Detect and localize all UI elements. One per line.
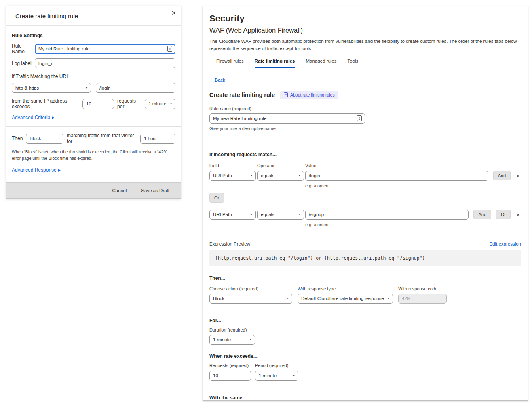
- waf-page: Security WAF (Web Application Firewall) …: [203, 6, 528, 401]
- for-heading: For...: [209, 318, 521, 323]
- response-type-label: With response type: [298, 286, 393, 291]
- chevron-down-icon: ▾: [287, 297, 289, 300]
- log-label-input[interactable]: [35, 58, 175, 68]
- tab-firewall-rules[interactable]: Firewall rules: [216, 59, 244, 68]
- rate-heading: When rate exceeds...: [209, 353, 521, 359]
- then-heading: Then...: [209, 275, 521, 281]
- divider: [6, 179, 181, 179]
- expand-arrow-icon: ▶: [52, 115, 55, 120]
- advanced-response-link[interactable]: Advanced Response ▶: [12, 167, 61, 173]
- field-column-label: Field: [209, 163, 256, 168]
- block-note-text: When “Block” is set, when the threshold …: [12, 149, 175, 162]
- condition-row: URI Path ▾ equals ▾ And Or ×: [209, 210, 521, 220]
- period-select-value: 1 minute: [148, 101, 166, 106]
- about-rate-limiting-badge[interactable]: About rate limiting rules: [280, 91, 338, 99]
- then-prefix-text: Then: [12, 136, 23, 141]
- response-code-input: [398, 294, 447, 304]
- choose-action-select[interactable]: Block ▾: [209, 294, 292, 304]
- expand-arrow-icon: ▶: [58, 168, 61, 172]
- rule-name-help: Give your rule a descriptive name: [209, 126, 521, 131]
- scheme-select-value: http & https: [15, 86, 39, 90]
- value-hint: e.g. /content: [305, 183, 521, 188]
- rule-name-input[interactable]: [209, 113, 365, 124]
- response-code-label: With response code: [398, 286, 447, 291]
- choose-action-label: Choose action (required): [209, 286, 292, 291]
- value-input[interactable]: [305, 210, 469, 220]
- rule-name-label: Rule Name: [12, 43, 35, 55]
- then-middle-text: matching traffic from that visitor for: [67, 133, 137, 144]
- advanced-criteria-link[interactable]: Advanced Criteria ▶: [12, 115, 55, 120]
- action-select[interactable]: Block ▾: [26, 134, 63, 144]
- period-select[interactable]: 1 minute ▾: [145, 99, 175, 109]
- period-label: Period (required): [255, 363, 298, 368]
- autofill-icon[interactable]: ⇧: [357, 115, 362, 121]
- chevron-down-icon: ▾: [251, 174, 252, 177]
- operator-select[interactable]: equals ▾: [257, 210, 304, 220]
- back-arrow-icon: ←: [209, 78, 214, 82]
- operator-column-label: Operator: [257, 163, 304, 168]
- chevron-down-icon: ▾: [170, 137, 172, 140]
- and-button[interactable]: And: [493, 171, 511, 180]
- tab-managed-rules[interactable]: Managed rules: [306, 59, 336, 68]
- edit-expression-link[interactable]: Edit expression: [489, 241, 521, 246]
- chevron-down-icon: ▾: [170, 102, 172, 105]
- chevron-down-icon: ▾: [299, 174, 300, 177]
- duration-select[interactable]: 1 minute ▾: [209, 335, 255, 345]
- chevron-down-icon: ▾: [86, 86, 87, 90]
- form-title: Create rate limiting rule: [209, 92, 275, 98]
- url-pattern-input[interactable]: [96, 83, 175, 93]
- save-as-draft-button[interactable]: Save as Draft: [141, 188, 169, 193]
- rule-settings-heading: Rule Settings: [12, 33, 175, 38]
- ban-duration-select[interactable]: 1 hour ▾: [140, 134, 175, 144]
- response-type-select[interactable]: Default Cloudflare rate limiting respons…: [298, 294, 393, 304]
- tab-tools[interactable]: Tools: [348, 59, 359, 68]
- field-select[interactable]: URI Path ▾: [209, 171, 256, 181]
- or-button[interactable]: Or: [209, 193, 224, 203]
- dialog-body: Rule Settings Rule Name ⇧ Log label If T…: [6, 26, 181, 191]
- traffic-match-heading: If Traffic Matching the URL: [12, 73, 175, 79]
- same-heading: With the same...: [209, 395, 521, 401]
- dialog-footer: Cancel Save as Draft: [6, 182, 181, 198]
- expression-preview-code: (http.request.uri.path eq "/login") or (…: [209, 250, 521, 266]
- page-title: Security: [209, 13, 521, 24]
- operator-select[interactable]: equals ▾: [257, 171, 304, 181]
- back-link[interactable]: Back: [215, 78, 226, 82]
- page-description: The Cloudflare WAF provides both automat…: [209, 38, 523, 52]
- or-button[interactable]: Or: [496, 210, 511, 219]
- divider: [209, 141, 521, 141]
- create-rate-limiting-rule-dialog: Create rate limiting rule × Rule Setting…: [6, 6, 181, 199]
- rate-period-select[interactable]: 1 minute ▾: [255, 371, 298, 381]
- page-subtitle: WAF (Web Application Firewall): [209, 27, 521, 34]
- requests-input[interactable]: [209, 371, 251, 381]
- chevron-down-icon: ▾: [388, 297, 389, 300]
- requests-suffix-text: requests per: [117, 98, 141, 109]
- match-heading: If incoming requests match...: [209, 152, 521, 157]
- rule-name-label: Rule name (required): [209, 106, 521, 111]
- divider: [6, 126, 181, 127]
- and-button[interactable]: And: [473, 210, 491, 219]
- tab-rate-limiting-rules[interactable]: Rate limiting rules: [255, 59, 295, 68]
- ban-duration-value: 1 hour: [144, 136, 157, 141]
- condition-row: URI Path ▾ equals ▾ And ×: [209, 171, 521, 181]
- value-column-label: Value: [305, 163, 316, 168]
- autofill-icon[interactable]: ⇧: [167, 46, 172, 52]
- remove-condition-icon[interactable]: ×: [516, 212, 520, 218]
- dialog-header: Create rate limiting rule ×: [6, 6, 181, 26]
- expression-preview-label: Expression Preview: [209, 241, 250, 246]
- remove-condition-icon[interactable]: ×: [516, 173, 520, 179]
- scheme-select[interactable]: http & https ▾: [12, 83, 91, 93]
- chevron-down-icon: ▾: [251, 213, 252, 216]
- cancel-button[interactable]: Cancel: [112, 188, 127, 193]
- chevron-down-icon: ▾: [293, 374, 295, 377]
- requests-label: Requests (required): [209, 363, 251, 368]
- chevron-down-icon: ▾: [250, 338, 251, 341]
- rule-name-input[interactable]: [35, 44, 175, 54]
- value-hint: e.g. /content: [305, 222, 521, 227]
- requests-threshold-input[interactable]: [82, 99, 114, 109]
- field-select[interactable]: URI Path ▾: [209, 210, 256, 220]
- exceeds-prefix-text: from the same IP address exceeds: [12, 98, 79, 109]
- dialog-title: Create rate limiting rule: [15, 13, 172, 19]
- log-label-label: Log label: [12, 61, 35, 66]
- value-input[interactable]: [305, 171, 488, 181]
- close-icon[interactable]: ×: [171, 9, 176, 17]
